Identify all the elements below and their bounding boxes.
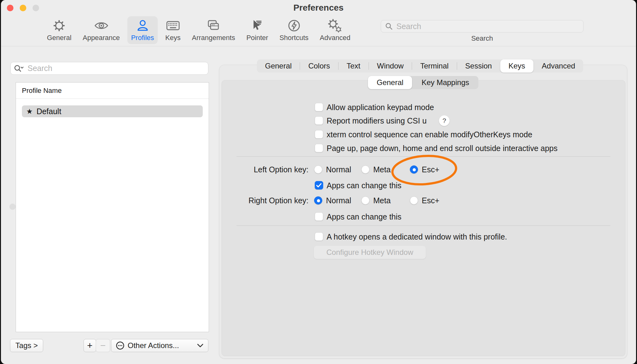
tab-colors[interactable]: Colors — [300, 59, 338, 73]
keys-subtab-bar: General Key Mappings — [368, 76, 478, 89]
profile-name: Default — [37, 107, 61, 116]
toolbar-item-advanced[interactable]: Advanced — [316, 16, 354, 44]
checkbox-right-apps-can-change[interactable] — [315, 212, 323, 221]
toolbar-item-profiles[interactable]: Profiles — [127, 16, 158, 44]
toolbar-item-general[interactable]: General — [43, 16, 75, 44]
left-option-key-label: Left Option key: — [205, 164, 308, 174]
toolbar-search-field[interactable] — [381, 20, 583, 33]
divider — [237, 156, 610, 157]
preferences-window: Preferences General Appearance Profiles … — [1, 0, 636, 364]
lightning-icon — [288, 19, 301, 33]
radio-left-normal[interactable] — [314, 165, 322, 174]
search-icon — [385, 22, 393, 30]
checkbox-label: Report modifiers using CSI u — [327, 116, 427, 126]
profile-search-input[interactable] — [27, 63, 205, 73]
tab-session[interactable]: Session — [457, 59, 500, 73]
remove-profile-button[interactable]: − — [96, 339, 110, 352]
checkbox-label: Page up, page down, home and end scroll … — [327, 143, 558, 153]
toolbar-divider — [1, 46, 636, 46]
chevron-down-icon — [197, 343, 204, 348]
toolbar-label: Arrangements — [192, 34, 235, 42]
toolbar: General Appearance Profiles Keys Arrange… — [43, 16, 354, 44]
tab-advanced[interactable]: Advanced — [534, 59, 583, 73]
radio-right-normal[interactable] — [314, 196, 322, 205]
person-icon — [136, 19, 149, 33]
gears-icon — [328, 19, 343, 33]
toolbar-label: Appearance — [83, 34, 120, 42]
radio-label: Normal — [326, 195, 351, 205]
checkbox-page-scroll[interactable] — [315, 144, 323, 152]
toolbar-label: Advanced — [320, 34, 350, 42]
profile-search-field[interactable] — [10, 62, 208, 75]
checkbox-hotkey-window[interactable] — [315, 232, 323, 241]
radio-label: Esc+ — [422, 195, 439, 205]
toolbar-search-input[interactable] — [396, 22, 579, 31]
checkbox-label: Apps can change this — [327, 180, 401, 190]
profile-tab-bar: General Colors Text Window Terminal Sess… — [257, 59, 583, 73]
checkbox-label: Apps can change this — [327, 212, 401, 222]
checkbox-label: A hotkey opens a dedicated window with t… — [327, 232, 507, 242]
radio-right-meta[interactable] — [361, 196, 369, 205]
ellipsis-circle-icon — [116, 341, 125, 350]
radio-label: Normal — [326, 164, 351, 174]
splitter-handle[interactable] — [9, 204, 16, 210]
help-button[interactable]: ? — [439, 115, 450, 126]
toolbar-label: Profiles — [131, 34, 154, 42]
eye-icon — [94, 19, 109, 33]
tab-text[interactable]: Text — [339, 59, 369, 73]
toolbar-item-pointer[interactable]: Pointer — [242, 16, 272, 44]
toolbar-item-shortcuts[interactable]: Shortcuts — [276, 16, 312, 44]
cursor-icon — [251, 19, 264, 33]
checkbox-modify-other-keys[interactable] — [315, 130, 323, 139]
radio-right-esc[interactable] — [410, 196, 418, 205]
toolbar-item-appearance[interactable]: Appearance — [79, 16, 124, 44]
checkbox-label: Allow application keypad mode — [327, 102, 434, 112]
checkbox-keypad-mode[interactable] — [315, 103, 323, 111]
subtab-key-mappings[interactable]: Key Mappings — [412, 76, 478, 89]
radio-left-meta[interactable] — [361, 165, 369, 174]
toolbar-label: Shortcuts — [279, 34, 308, 42]
tab-general[interactable]: General — [257, 59, 300, 73]
profile-row-default[interactable]: ★ Default — [22, 105, 203, 117]
tab-terminal[interactable]: Terminal — [412, 59, 457, 73]
toolbar-label: Pointer — [246, 34, 268, 42]
tags-button[interactable]: Tags > — [10, 339, 43, 352]
radio-label: Meta — [373, 164, 391, 174]
gear-icon — [53, 19, 66, 33]
tab-window[interactable]: Window — [369, 59, 412, 73]
tab-keys[interactable]: Keys — [500, 59, 533, 73]
star-icon: ★ — [26, 108, 33, 115]
toolbar-item-keys[interactable]: Keys — [161, 16, 184, 44]
checkbox-csi-u[interactable] — [315, 116, 323, 125]
toolbar-label: Keys — [165, 34, 181, 42]
other-actions-dropdown[interactable]: Other Actions... — [111, 339, 208, 352]
toolbar-label: General — [47, 34, 71, 42]
radio-label: Esc+ — [422, 164, 439, 174]
search-filter-icon — [14, 64, 24, 73]
add-profile-button[interactable]: + — [84, 339, 96, 352]
radio-label: Meta — [373, 195, 391, 205]
divider — [237, 225, 610, 226]
radio-left-esc[interactable] — [410, 165, 418, 174]
checkbox-label: xterm control sequence can enable modify… — [327, 129, 532, 139]
profile-list-header: Profile Name — [16, 83, 209, 99]
right-option-key-label: Right Option key: — [205, 195, 308, 205]
subtab-general[interactable]: General — [368, 76, 412, 89]
page-title: Preferences — [1, 3, 636, 13]
configure-hotkey-window-button[interactable]: Configure Hotkey Window — [314, 246, 426, 259]
checkbox-left-apps-can-change[interactable] — [315, 181, 323, 190]
toolbar-search-caption: Search — [381, 34, 583, 43]
toolbar-item-arrangements[interactable]: Arrangements — [188, 16, 239, 44]
other-actions-label: Other Actions... — [128, 341, 179, 350]
windows-icon — [206, 19, 220, 33]
keyboard-icon — [166, 19, 180, 33]
profile-list: Profile Name ★ Default — [16, 82, 209, 332]
